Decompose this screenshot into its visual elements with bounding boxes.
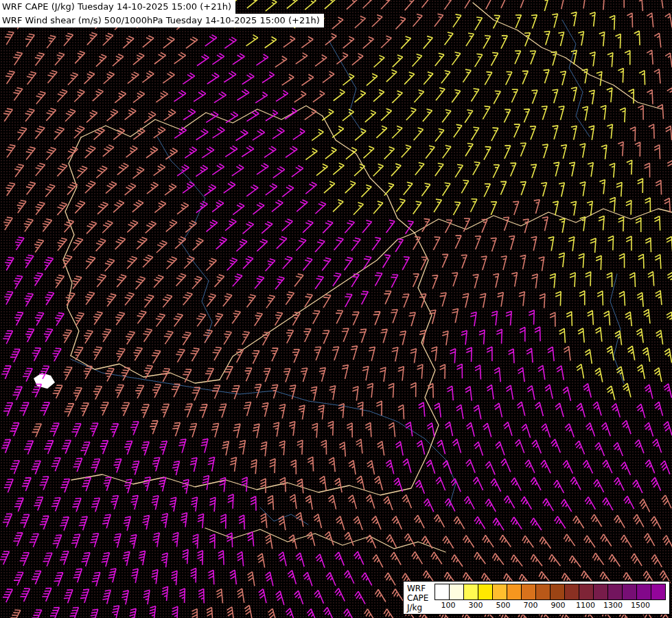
legend-color-cell: [651, 584, 665, 599]
legend-color-cell: [579, 584, 594, 599]
legend-model-label: WRF: [407, 584, 430, 593]
wrf-weather-map-page: WRF CAPE (J/kg) Tuesday 14-10-2025 15:00…: [0, 0, 672, 618]
legend-tick-label: 100: [441, 601, 456, 610]
legend-color-cell: [464, 584, 478, 599]
legend-color-cell: [565, 584, 579, 599]
legend-tick-label: 1300: [603, 601, 623, 610]
cape-title-line: WRF CAPE (J/kg) Tuesday 14-10-2025 15:00…: [0, 0, 235, 14]
legend-labels: WRF CAPE J/kg: [407, 584, 430, 613]
legend-color-cell: [608, 584, 623, 599]
legend-tick-label: 900: [551, 601, 566, 610]
shear-title-line: WRF Wind shear (m/s) 500/1000hPa Tuesday…: [0, 14, 324, 27]
legend-tick-label: 700: [524, 601, 538, 610]
legend-color-cell: [450, 584, 464, 599]
legend-color-cell: [551, 584, 565, 599]
weather-map-canvas: [0, 0, 672, 618]
map-title-overlay: WRF CAPE (J/kg) Tuesday 14-10-2025 15:00…: [0, 0, 324, 27]
legend-tick-row: 100300500700900110013001500: [435, 600, 656, 610]
legend-color-cell: [594, 584, 608, 599]
legend-tick-label: 1100: [576, 601, 595, 610]
legend-units-label: J/kg: [407, 603, 430, 613]
legend-scale: 100300500700900110013001500: [435, 584, 666, 610]
legend-color-cell: [507, 584, 522, 599]
legend-colorbar: [435, 584, 666, 600]
legend-color-cell: [623, 584, 637, 599]
legend-color-cell: [435, 584, 450, 599]
legend-color-cell: [522, 584, 536, 599]
legend-color-cell: [637, 584, 651, 599]
legend-color-cell: [536, 584, 551, 599]
legend-tick-label: 300: [469, 601, 483, 610]
legend-color-cell: [478, 584, 493, 599]
cape-legend: WRF CAPE J/kg 10030050070090011001300150…: [403, 581, 670, 615]
legend-param-label: CAPE: [407, 593, 430, 603]
legend-color-cell: [493, 584, 507, 599]
legend-tick-label: 1500: [631, 601, 650, 610]
legend-tick-label: 500: [496, 601, 511, 610]
